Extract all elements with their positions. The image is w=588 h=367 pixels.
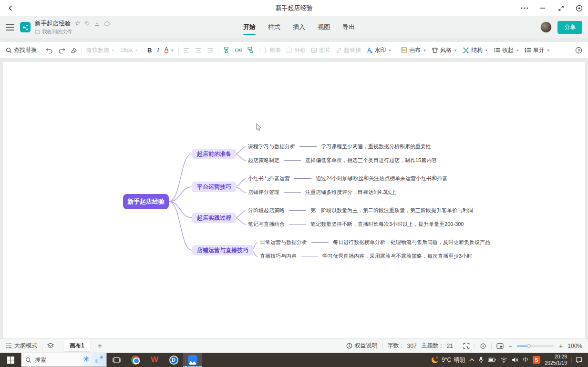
align-center-button[interactable] bbox=[194, 46, 203, 54]
close-circle-icon[interactable] bbox=[575, 4, 583, 12]
zoom-out-button[interactable]: − bbox=[508, 342, 512, 350]
mindmap-leaf-label[interactable]: 课程学习与数据分析 bbox=[248, 143, 295, 150]
align-right-button[interactable] bbox=[206, 46, 215, 54]
redo-button[interactable] bbox=[57, 46, 66, 55]
mindmap-leaf-desc[interactable]: 学习课程至少两遍，重视数据分析积累的重要性 bbox=[321, 143, 431, 150]
wps-icon[interactable]: W bbox=[145, 353, 164, 367]
taskbar-search-box[interactable]: 搜索 bbox=[21, 353, 107, 367]
mindmap-leaf-desc[interactable]: 第一阶段以数量为主，第二阶段注重质量，第三阶段提升客单价与利润 bbox=[310, 207, 473, 214]
mindmap-canvas[interactable]: 新手起店经验起店前的准备课程学习与数据分析学习课程至少两遍，重视数据分析积累的重… bbox=[3, 62, 585, 338]
task-view-button[interactable] bbox=[107, 353, 126, 367]
zoom-slider-knob[interactable] bbox=[527, 344, 531, 348]
mindmap-leaf-label[interactable]: 笔记与直播结合 bbox=[248, 221, 285, 228]
tab-style[interactable]: 样式 bbox=[268, 16, 280, 38]
locate-root-button[interactable] bbox=[480, 343, 486, 349]
taskbar-weather[interactable]: 9°C 晴朗 bbox=[431, 356, 465, 364]
structure-button[interactable]: 结构▼ bbox=[462, 45, 489, 56]
mindmap-leaf-desc[interactable]: 笔记数量坚持不断，直播时长每次3小时以上，提升单量至200-300 bbox=[310, 221, 464, 228]
canvas-button[interactable]: 画布▼ bbox=[400, 45, 427, 56]
tag-icon[interactable] bbox=[85, 21, 90, 26]
bold-button[interactable]: B bbox=[146, 45, 153, 55]
add-canvas-button[interactable]: + bbox=[95, 342, 105, 350]
collapse-button[interactable]: 收起▼ bbox=[493, 45, 520, 56]
canvas-tab[interactable]: 画布1 bbox=[64, 340, 90, 351]
font-color-button[interactable]: A▼ bbox=[164, 45, 175, 55]
speaker-icon[interactable] bbox=[512, 357, 518, 363]
style-button[interactable]: 风格▼ bbox=[431, 45, 458, 56]
mindmap-branch-node[interactable]: 起店前的准备 bbox=[192, 149, 236, 159]
mindmap-leaf-desc[interactable]: 选择偏低客单价，挑选三个类目进行起店，制作15篇内容 bbox=[305, 157, 437, 164]
mindmap-branch-node[interactable]: 店铺运营与直播技巧 bbox=[192, 245, 253, 255]
mindmap-leaf-desc[interactable]: 每日进行数据榜单分析，处理物流与售后问题，及时更新负反馈产品 bbox=[333, 239, 490, 246]
more-options-icon[interactable] bbox=[520, 4, 529, 12]
mindmap-leaf-desc[interactable]: 通过24小时加够粉丝和关注热点榜单来运营小红书和抖音 bbox=[316, 175, 447, 182]
zoom-slider[interactable] bbox=[517, 346, 554, 347]
rights-info-button[interactable]: 权益说明 bbox=[346, 342, 378, 350]
font-family-select[interactable]: 微软雅黑▼ bbox=[85, 45, 116, 56]
battery-icon[interactable] bbox=[488, 357, 496, 362]
mindmap-leaf-label[interactable]: 分阶段起店策略 bbox=[248, 207, 285, 214]
mindmap-leaf-row: 起店策略制定选择偏低客单价，挑选三个类目进行起店，制作15篇内容 bbox=[248, 157, 437, 164]
mindmap-app-icon[interactable] bbox=[183, 353, 202, 367]
mindmap-leaf-label[interactable]: 小红书与抖音运营 bbox=[248, 175, 290, 182]
download-icon[interactable] bbox=[94, 21, 100, 26]
mindmap-leaf-label[interactable]: 店铺评分管理 bbox=[248, 189, 279, 196]
frame-button[interactable]: 外框 bbox=[285, 45, 307, 56]
mindmap-leaf-desc[interactable]: 学习优秀直播内容，采用露脸与不露脸策略，每次直播至少3小时 bbox=[322, 253, 472, 260]
help-button[interactable] bbox=[574, 45, 583, 55]
undo-button[interactable] bbox=[45, 46, 54, 55]
outline-summary-button[interactable]: 概要 bbox=[263, 45, 282, 56]
mindmap-leaf-desc[interactable]: 注重店铺多维度评分，目标达到4.3以上 bbox=[305, 189, 396, 196]
mindmap-leaf-label[interactable]: 直播技巧与内容 bbox=[260, 253, 297, 260]
browser-app-icon[interactable]: D bbox=[164, 353, 183, 367]
layers-button[interactable] bbox=[47, 343, 54, 349]
tab-export[interactable]: 导出 bbox=[342, 16, 355, 38]
insert-parent-node-button[interactable] bbox=[247, 45, 256, 55]
file-location[interactable]: 我收到的文件 bbox=[42, 29, 72, 35]
chrome-icon[interactable] bbox=[126, 353, 145, 367]
insert-sibling-node-button[interactable] bbox=[234, 45, 243, 55]
insert-child-node-button[interactable] bbox=[222, 45, 231, 55]
italic-button[interactable]: I bbox=[156, 45, 160, 55]
redo-icon bbox=[58, 47, 65, 53]
outline-mode-button[interactable]: 大纲模式 bbox=[6, 342, 37, 350]
mindmap-branch-node[interactable]: 起店实践过程 bbox=[192, 213, 236, 223]
image-button[interactable]: 图片 bbox=[310, 45, 331, 56]
minimap-button[interactable] bbox=[496, 343, 504, 349]
hyperlink-button[interactable]: 超链接 bbox=[335, 45, 362, 56]
window-title: 新手起店经验 bbox=[0, 4, 588, 12]
start-button[interactable] bbox=[0, 353, 21, 367]
find-replace-button[interactable]: 查找替换 bbox=[5, 45, 38, 56]
tab-insert[interactable]: 插入 bbox=[293, 16, 305, 38]
taskbar-clock[interactable]: 20:29 2025/1/19 bbox=[545, 354, 567, 366]
zoom-in-button[interactable]: + bbox=[559, 342, 563, 350]
minimize-icon[interactable] bbox=[538, 4, 547, 12]
avatar[interactable] bbox=[540, 21, 552, 33]
microphone-icon[interactable] bbox=[479, 357, 484, 363]
star-icon[interactable] bbox=[75, 20, 81, 26]
tab-home[interactable]: 开始 bbox=[243, 16, 256, 38]
watermark-button[interactable]: 水印▼ bbox=[365, 45, 392, 56]
ime-indicator[interactable]: 中 bbox=[523, 356, 528, 364]
fit-view-button[interactable] bbox=[463, 343, 470, 349]
tab-view[interactable]: 视图 bbox=[318, 16, 330, 38]
weather-snow-graphic[interactable] bbox=[79, 353, 106, 367]
mindmap-leaf-label[interactable]: 起店策略制定 bbox=[248, 157, 279, 164]
mindmap-leaf-label[interactable]: 日常运营与数据分析 bbox=[260, 239, 307, 246]
notification-center-button[interactable] bbox=[571, 357, 583, 363]
wifi-icon[interactable] bbox=[500, 357, 507, 363]
restore-icon[interactable] bbox=[557, 4, 565, 12]
leaf-desc-connector bbox=[289, 224, 306, 224]
expand-button[interactable]: 展开▼ bbox=[524, 45, 551, 56]
share-button[interactable]: 分享 bbox=[557, 21, 582, 34]
tray-chevron-icon[interactable] bbox=[469, 358, 475, 362]
font-size-select[interactable]: 16px▼ bbox=[119, 45, 139, 55]
align-left-button[interactable] bbox=[182, 46, 191, 54]
file-name[interactable]: 新手起店经验 bbox=[35, 20, 71, 28]
sogou-input-icon[interactable]: S bbox=[533, 356, 540, 364]
format-painter-button[interactable] bbox=[70, 46, 78, 55]
cloud-sync-icon[interactable] bbox=[104, 21, 110, 26]
mindmap-branch-node[interactable]: 平台运营技巧 bbox=[192, 182, 236, 192]
mindmap-root-node[interactable]: 新手起店经验 bbox=[123, 194, 169, 209]
menu-icon[interactable] bbox=[6, 24, 14, 31]
